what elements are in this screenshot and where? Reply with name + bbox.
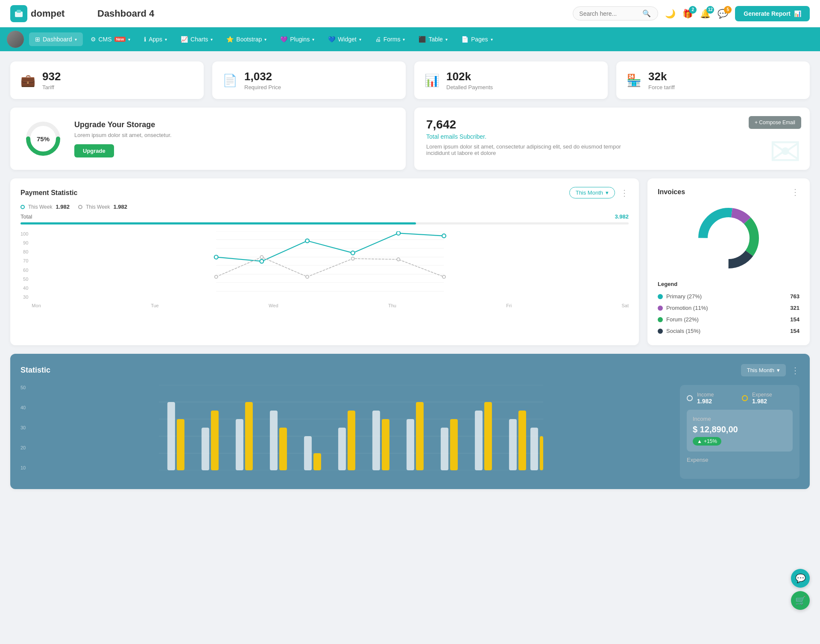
progress-bar [20,222,629,224]
payment-more-button[interactable]: ⋮ [620,188,629,198]
stat-card-tariff: 💼 932 Tariff [10,61,204,99]
line-chart-container: Mon Tue Wed Thu Fri Sat [32,231,629,308]
svg-point-19 [261,256,264,259]
svg-rect-54 [484,402,492,470]
statistic-card: Statistic This Month ▾ ⋮ 50 40 30 20 10 [10,354,810,489]
legend-val-1: 1.982 [56,204,70,210]
cms-new-badge: New [114,37,126,42]
legend-item-1: This Week 1.982 [20,204,70,210]
svg-rect-49 [407,419,414,470]
bell-button[interactable]: 🔔12 [700,9,711,19]
payment-controls: This Month ▾ ⋮ [569,187,629,198]
total-row: Total 3.982 [20,213,629,220]
payment-card: Payment Statistic This Month ▾ ⋮ This We… [10,178,639,345]
primary-color [658,294,663,299]
nav-item-forms[interactable]: 🖨 Forms ▾ [369,32,411,46]
nav-item-apps[interactable]: ℹ Apps ▾ [138,32,173,46]
chevron-down-icon-table: ▾ [445,37,448,42]
svg-point-14 [305,239,309,243]
nav-item-pages[interactable]: 📄 Pages ▾ [455,32,499,46]
compose-email-button[interactable]: + Compose Email [749,116,801,129]
required-price-info: 1,032 Required Price [244,70,281,90]
nav-label-charts: Charts [190,36,208,43]
socials-color [658,329,663,334]
search-box: 🔍 [573,6,658,20]
upgrade-button[interactable]: Upgrade [74,144,114,157]
this-month-filter[interactable]: This Month ▾ [569,187,615,198]
svg-point-28 [708,218,749,259]
svg-rect-37 [202,428,209,470]
socials-label: Socials (15%) [666,328,787,334]
chevron-down-icon-pages: ▾ [491,37,493,42]
invoices-more-button[interactable]: ⋮ [791,187,800,197]
bar-chart-area: 50 40 30 20 10 [20,385,673,479]
payments-label: Detalled Payments [446,84,493,90]
gift-badge: 2 [689,6,697,14]
payments-info: 102k Detalled Payments [446,70,493,90]
nav-item-widget[interactable]: 💙 Widget ▾ [322,32,367,46]
svg-rect-51 [441,428,448,470]
storage-card: 75% Upgrade Your Storage Lorem ipsum dol… [10,108,406,170]
generate-report-button[interactable]: Generate Report 📊 [735,6,810,21]
statistic-month-filter[interactable]: This Month ▾ [741,364,786,376]
chevron-down-icon-filter: ▾ [606,189,609,196]
widget-icon: 💙 [328,36,335,43]
svg-point-15 [351,251,355,255]
bar-chart-svg [29,385,673,470]
socials-count: 154 [790,328,800,334]
expense-legend-info: Expense 1.982 [752,392,793,405]
income-legend-label: Income [697,392,738,398]
svg-rect-48 [382,419,390,470]
pages-icon: 📄 [461,36,469,43]
search-input[interactable] [579,10,639,17]
forum-count: 154 [790,316,800,323]
svg-point-22 [397,258,400,261]
email-bg-icon: ✉ [769,129,801,170]
nav-item-charts[interactable]: 📈 Charts ▾ [175,32,219,46]
income-box-title: Income [693,416,787,422]
chevron-down-icon: ▾ [75,37,77,42]
chevron-down-icon-forms: ▾ [403,37,405,42]
statistic-more-button[interactable]: ⋮ [791,365,800,376]
forms-icon: 🖨 [375,36,381,43]
nav-item-bootstrap[interactable]: ⭐ Bootstrap ▾ [220,32,272,46]
force-tariff-info: 32k Force tariff [648,70,675,90]
payment-title: Payment Statistic [20,189,77,197]
income-legend-val: 1.982 [697,398,738,405]
cms-icon: ⚙ [91,36,96,43]
gift-button[interactable]: 🎁2 [682,9,693,19]
svg-rect-47 [372,411,380,470]
svg-point-16 [397,231,401,235]
nav-item-plugins[interactable]: 💜 Plugins ▾ [274,32,320,46]
total-value: 3.982 [615,213,629,220]
svg-point-18 [215,275,218,278]
apps-icon: ℹ [144,36,146,43]
bar-chart-wrapper: 50 40 30 20 10 [20,385,673,479]
chevron-down-icon-cms: ▾ [128,37,130,42]
nav-item-table[interactable]: ⬛ Table ▾ [413,32,453,46]
svg-rect-46 [348,411,355,470]
email-count: 7,642 [426,118,798,131]
line-chart-svg [32,231,629,300]
charts-icon: 📈 [181,36,188,43]
stat-cards-grid: 💼 932 Tariff 📄 1,032 Required Price 📊 10… [10,61,810,99]
total-label: Total [20,213,32,220]
dark-mode-icon[interactable]: 🌙 [665,9,676,19]
legend-row-socials: Socials (15%) 154 [658,325,800,337]
svg-rect-39 [236,419,243,470]
svg-rect-41 [270,411,278,470]
income-legend-info: Income 1.982 [697,392,738,405]
nav-label-apps: Apps [149,36,162,43]
payments-value: 102k [446,70,493,83]
statistic-header: Statistic This Month ▾ ⋮ [20,364,800,376]
nav-item-cms[interactable]: ⚙ CMS New ▾ [85,32,137,46]
invoices-title: Invoices [658,188,685,196]
nav-item-dashboard[interactable]: ⊞ Dashboard ▾ [29,32,83,46]
header-right: 🔍 🌙 🎁2 🔔12 💬5 Generate Report 📊 [573,6,810,21]
legend-dot-1 [20,205,25,209]
svg-rect-56 [518,411,526,470]
stat-card-payments: 📊 102k Detalled Payments [414,61,608,99]
chat-button[interactable]: 💬5 [718,9,728,19]
stat-bar-area: 50 40 30 20 10 [20,385,800,479]
svg-rect-53 [475,411,483,470]
